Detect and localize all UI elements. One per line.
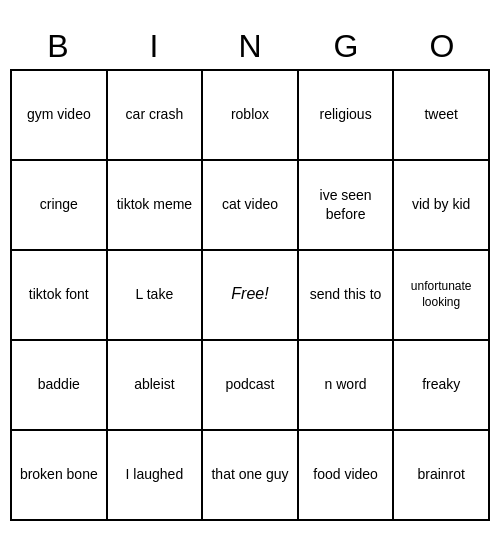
header-letter: N <box>202 24 298 69</box>
bingo-cell[interactable]: food video <box>299 431 395 521</box>
bingo-board: BINGO gym videocar crashrobloxreligioust… <box>10 24 490 521</box>
bingo-cell[interactable]: gym video <box>12 71 108 161</box>
bingo-cell[interactable]: unfortunate looking <box>394 251 490 341</box>
bingo-cell[interactable]: tiktok font <box>12 251 108 341</box>
bingo-cell[interactable]: car crash <box>108 71 204 161</box>
bingo-cell[interactable]: broken bone <box>12 431 108 521</box>
bingo-cell[interactable]: freaky <box>394 341 490 431</box>
header-letter: O <box>394 24 490 69</box>
bingo-cell[interactable]: ive seen before <box>299 161 395 251</box>
bingo-cell[interactable]: I laughed <box>108 431 204 521</box>
bingo-cell[interactable]: tweet <box>394 71 490 161</box>
bingo-header: BINGO <box>10 24 490 69</box>
bingo-cell[interactable]: tiktok meme <box>108 161 204 251</box>
bingo-cell[interactable]: religious <box>299 71 395 161</box>
header-letter: B <box>10 24 106 69</box>
header-letter: G <box>298 24 394 69</box>
bingo-cell[interactable]: that one guy <box>203 431 299 521</box>
bingo-cell[interactable]: ableist <box>108 341 204 431</box>
bingo-cell[interactable]: baddie <box>12 341 108 431</box>
bingo-cell[interactable]: cat video <box>203 161 299 251</box>
bingo-cell[interactable]: vid by kid <box>394 161 490 251</box>
bingo-cell[interactable]: n word <box>299 341 395 431</box>
bingo-cell[interactable]: Free! <box>203 251 299 341</box>
bingo-cell[interactable]: roblox <box>203 71 299 161</box>
bingo-cell[interactable]: send this to <box>299 251 395 341</box>
bingo-grid: gym videocar crashrobloxreligioustweetcr… <box>10 69 490 521</box>
bingo-cell[interactable]: L take <box>108 251 204 341</box>
bingo-cell[interactable]: brainrot <box>394 431 490 521</box>
bingo-cell[interactable]: podcast <box>203 341 299 431</box>
header-letter: I <box>106 24 202 69</box>
bingo-cell[interactable]: cringe <box>12 161 108 251</box>
